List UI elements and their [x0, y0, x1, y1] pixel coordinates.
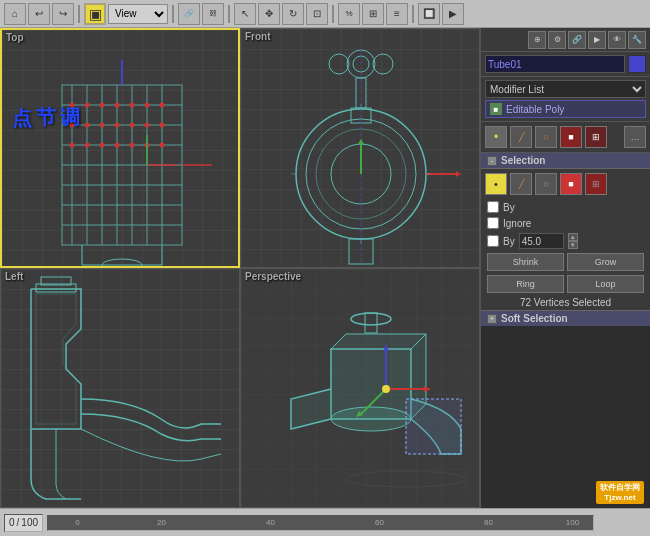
status-x-label: 0 [9, 517, 15, 528]
toolbar-rotate-btn[interactable]: ↻ [282, 3, 304, 25]
modifier-item-editable-poly[interactable]: ■ Editable Poly [485, 100, 646, 118]
viewport-left-svg [1, 269, 239, 507]
modifier-icon: ■ [490, 103, 502, 115]
modifier-list-dropdown[interactable]: Modifier List [485, 80, 646, 98]
svg-point-21 [160, 103, 165, 108]
view-dropdown[interactable]: View [108, 4, 168, 24]
ruler-100: 100 [566, 518, 579, 527]
svg-point-24 [100, 123, 105, 128]
viewport-perspective[interactable]: Perspective [240, 268, 480, 508]
status-y-label: 100 [21, 517, 38, 528]
watermark: 软件自学网Tjzw.net [596, 481, 644, 504]
svg-point-63 [351, 313, 391, 325]
angle-spin-up[interactable]: ▲ [568, 233, 578, 241]
viewport-perspective-label: Perspective [245, 271, 301, 282]
rp-icon-display[interactable]: 👁 [608, 31, 626, 49]
rp-icon-modify[interactable]: ⚙ [548, 31, 566, 49]
viewport-front-label: Front [245, 31, 271, 42]
svg-point-32 [115, 143, 120, 148]
toolbar-unlink-btn[interactable]: ⛓ [202, 3, 224, 25]
svg-point-19 [130, 103, 135, 108]
selection-status: 72 Vertices Selected [481, 295, 650, 310]
toolbar-active-btn[interactable]: ▣ [84, 3, 106, 25]
subobj-poly-btn[interactable]: ■ [560, 126, 582, 148]
grow-button[interactable]: Grow [567, 253, 644, 271]
svg-marker-56 [358, 139, 364, 144]
toolbar-mirror-btn[interactable]: ⊞ [362, 3, 384, 25]
angle-value-input[interactable] [519, 233, 564, 249]
shrink-button[interactable]: Shrink [487, 253, 564, 271]
toolbar-scale-btn[interactable]: ⊡ [306, 3, 328, 25]
ring-button[interactable]: Ring [487, 275, 564, 293]
selection-panel-title: Selection [501, 155, 545, 166]
object-name-input[interactable] [485, 55, 625, 73]
viewport-left-label: Left [5, 271, 23, 282]
toolbar-link-btn[interactable]: 🔗 [178, 3, 200, 25]
selection-panel-header: - Selection [481, 153, 650, 169]
selection-panel: - Selection • ╱ ○ ■ ⊞ By Ignore [481, 153, 650, 508]
rp-icon-create[interactable]: ⊕ [528, 31, 546, 49]
loop-button[interactable]: Loop [567, 275, 644, 293]
angle-spin-down[interactable]: ▼ [568, 241, 578, 249]
sel-poly-icon[interactable]: ■ [560, 173, 582, 195]
subobj-border-btn[interactable]: ○ [535, 126, 557, 148]
svg-point-15 [70, 103, 75, 108]
subobj-icons: • ╱ ○ ■ ⊞ … [481, 122, 650, 153]
viewport-top-label: Top [6, 32, 24, 43]
svg-point-30 [85, 143, 90, 148]
svg-point-43 [329, 54, 349, 74]
by-angle-row: By ▲ ▼ [481, 231, 650, 251]
toolbar-select-btn[interactable]: ↖ [234, 3, 256, 25]
toolbar-redo-btn[interactable]: ↪ [52, 3, 74, 25]
right-panel: ⊕ ⚙ 🔗 ▶ 👁 🔧 Modifier List ■ Editable Pol… [480, 28, 650, 508]
subobj-extra-btn[interactable]: … [624, 126, 646, 148]
selection-panel-collapse-icon[interactable]: - [487, 156, 497, 166]
toolbar-align-btn[interactable]: ≡ [386, 3, 408, 25]
toolbar-percent-btn[interactable]: % [338, 3, 360, 25]
svg-point-33 [130, 143, 135, 148]
soft-sel-expand-icon[interactable]: + [487, 314, 497, 324]
bottom-ruler: 0 20 40 60 80 100 [47, 515, 594, 531]
toolbar-sep5 [412, 5, 414, 23]
toolbar-render-btn[interactable]: 🔲 [418, 3, 440, 25]
rp-icons-top: ⊕ ⚙ 🔗 ▶ 👁 🔧 [481, 28, 650, 52]
subobj-element-btn[interactable]: ⊞ [585, 126, 607, 148]
sel-vertex-icon[interactable]: • [485, 173, 507, 195]
rp-icon-motion[interactable]: ▶ [588, 31, 606, 49]
sel-edge-icon[interactable]: ╱ [510, 173, 532, 195]
subobj-edge-btn[interactable]: ╱ [510, 126, 532, 148]
svg-point-28 [160, 123, 165, 128]
rp-icon-hierarchy[interactable]: 🔗 [568, 31, 586, 49]
status-coord-x: 0 / 100 [4, 514, 43, 532]
sel-element-icon[interactable]: ⊞ [585, 173, 607, 195]
toolbar-sep4 [332, 5, 334, 23]
svg-marker-70 [424, 386, 431, 392]
svg-point-35 [160, 143, 165, 148]
sel-border-icon[interactable]: ○ [535, 173, 557, 195]
viewport-container: Top 调节点 [0, 28, 480, 508]
main-toolbar[interactable]: ⌂ ↩ ↪ ▣ View 🔗 ⛓ ↖ ✥ ↻ ⊡ % ⊞ ≡ 🔲 ▶ [0, 0, 650, 28]
svg-point-31 [100, 143, 105, 148]
angle-spinners[interactable]: ▲ ▼ [568, 233, 578, 249]
svg-point-20 [145, 103, 150, 108]
by-angle-checkbox[interactable] [487, 235, 499, 247]
viewport-top[interactable]: Top 调节点 [0, 28, 240, 268]
object-color-swatch[interactable] [628, 55, 646, 73]
toolbar-renderall-btn[interactable]: ▶ [442, 3, 464, 25]
viewport-front[interactable]: Front [240, 28, 480, 268]
ruler-20: 20 [157, 518, 166, 527]
soft-selection-header[interactable]: + Soft Selection [481, 310, 650, 326]
toolbar-undo-btn[interactable]: ↩ [28, 3, 50, 25]
subobj-vertex-btn[interactable]: • [485, 126, 507, 148]
svg-point-16 [85, 103, 90, 108]
rp-icon-utilities[interactable]: 🔧 [628, 31, 646, 49]
toolbar-move-btn[interactable]: ✥ [258, 3, 280, 25]
by-vertex-checkbox[interactable] [487, 201, 499, 213]
toolbar-home-btn[interactable]: ⌂ [4, 3, 26, 25]
ignore-checkbox[interactable] [487, 217, 499, 229]
by-angle-label: By [503, 236, 515, 247]
toolbar-sep2 [172, 5, 174, 23]
viewport-left[interactable]: Left [0, 268, 240, 508]
shrink-grow-row: Shrink Grow [481, 251, 650, 273]
svg-point-17 [100, 103, 105, 108]
